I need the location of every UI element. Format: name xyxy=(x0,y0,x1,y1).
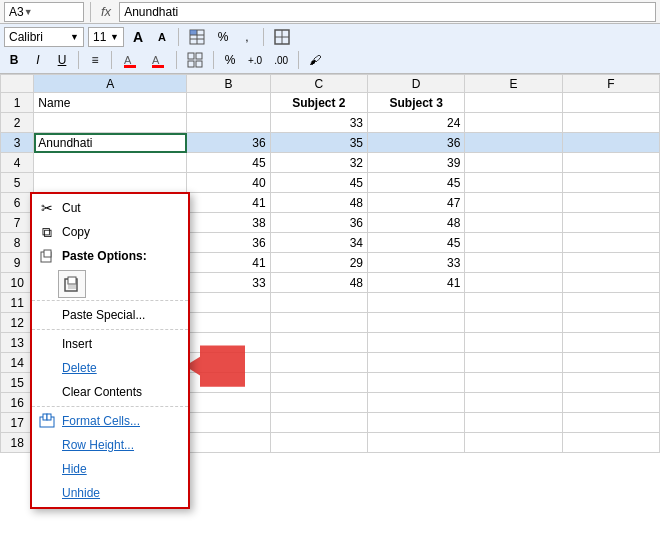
row-header[interactable]: 15 xyxy=(1,373,34,393)
table-cell[interactable]: 34 xyxy=(270,233,367,253)
table-cell[interactable] xyxy=(562,313,659,333)
ctx-format-cells[interactable]: Format Cells... xyxy=(32,409,188,433)
percent-button[interactable]: % xyxy=(213,27,233,47)
table-cell[interactable] xyxy=(465,93,562,113)
table-cell[interactable] xyxy=(465,273,562,293)
table-cell[interactable] xyxy=(368,373,465,393)
row-header[interactable]: 13 xyxy=(1,333,34,353)
ctx-copy[interactable]: ⧉ Copy xyxy=(32,220,188,244)
table-cell[interactable]: 33 xyxy=(270,113,367,133)
table-cell[interactable] xyxy=(368,333,465,353)
table-cell[interactable]: 36 xyxy=(187,233,270,253)
row-header[interactable]: 7 xyxy=(1,213,34,233)
table-cell[interactable] xyxy=(34,113,187,133)
table-cell[interactable] xyxy=(562,433,659,453)
shrink-font-button[interactable]: A xyxy=(152,27,172,47)
ctx-insert[interactable]: Insert xyxy=(32,332,188,356)
table-cell[interactable]: Name xyxy=(34,93,187,113)
col-header-c[interactable]: C xyxy=(270,75,367,93)
decimal-down-button[interactable]: .00 xyxy=(270,50,292,70)
table-cell[interactable] xyxy=(562,113,659,133)
table-cell[interactable] xyxy=(562,273,659,293)
table-cell[interactable]: 41 xyxy=(187,193,270,213)
table-cell[interactable]: 48 xyxy=(270,193,367,213)
table-cell[interactable]: Anundhati xyxy=(34,133,187,153)
font-color-button[interactable]: A xyxy=(146,50,170,70)
comma-button[interactable]: , xyxy=(237,27,257,47)
table-cell[interactable] xyxy=(465,373,562,393)
ctx-paste-special[interactable]: Paste Special... xyxy=(32,303,188,327)
fill-color-button[interactable]: A xyxy=(118,50,142,70)
table-cell[interactable]: 36 xyxy=(187,133,270,153)
table-cell[interactable] xyxy=(270,413,367,433)
table-cell[interactable] xyxy=(187,93,270,113)
font-name-box[interactable]: Calibri ▼ xyxy=(4,27,84,47)
row-header[interactable]: 6 xyxy=(1,193,34,213)
table-cell[interactable] xyxy=(368,353,465,373)
table-cell[interactable] xyxy=(562,393,659,413)
row-header[interactable]: 12 xyxy=(1,313,34,333)
table-cell[interactable] xyxy=(465,393,562,413)
align-button[interactable]: ≡ xyxy=(85,50,105,70)
table-cell[interactable] xyxy=(465,253,562,273)
table-cell[interactable] xyxy=(465,313,562,333)
borders-dropdown-button[interactable] xyxy=(270,27,294,47)
table-cell[interactable] xyxy=(562,373,659,393)
table-cell[interactable]: 40 xyxy=(187,173,270,193)
table-cell[interactable]: 36 xyxy=(270,213,367,233)
table-cell[interactable]: 24 xyxy=(368,113,465,133)
table-cell[interactable] xyxy=(270,313,367,333)
font-name-dropdown-icon[interactable]: ▼ xyxy=(70,32,79,42)
table-cell[interactable]: 29 xyxy=(270,253,367,273)
cell-ref-box[interactable]: A3 ▼ xyxy=(4,2,84,22)
table-cell[interactable]: 39 xyxy=(368,153,465,173)
table-cell[interactable] xyxy=(465,293,562,313)
table-cell[interactable] xyxy=(562,333,659,353)
font-size-dropdown-icon[interactable]: ▼ xyxy=(110,32,119,42)
row-header[interactable]: 1 xyxy=(1,93,34,113)
table-cell[interactable] xyxy=(368,433,465,453)
table-cell[interactable] xyxy=(562,153,659,173)
ctx-row-height[interactable]: Row Height... xyxy=(32,433,188,457)
table-cell[interactable]: 41 xyxy=(187,253,270,273)
ctx-delete[interactable]: Delete xyxy=(32,356,188,380)
table-cell[interactable] xyxy=(562,253,659,273)
table-cell[interactable] xyxy=(270,373,367,393)
table-cell[interactable] xyxy=(562,413,659,433)
table-cell[interactable]: 45 xyxy=(368,233,465,253)
table-cell[interactable]: 33 xyxy=(368,253,465,273)
row-header[interactable]: 3 xyxy=(1,133,34,153)
ctx-cut[interactable]: ✂ Cut xyxy=(32,196,188,220)
cell-border-button[interactable] xyxy=(183,50,207,70)
table-cell[interactable]: 33 xyxy=(187,273,270,293)
table-cell[interactable] xyxy=(562,293,659,313)
table-cell[interactable] xyxy=(368,313,465,333)
bold-button[interactable]: B xyxy=(4,50,24,70)
table-cell[interactable] xyxy=(270,293,367,313)
table-cell[interactable] xyxy=(465,113,562,133)
table-cell[interactable] xyxy=(368,413,465,433)
table-cell[interactable]: 47 xyxy=(368,193,465,213)
table-cell[interactable] xyxy=(187,293,270,313)
table-cell[interactable] xyxy=(562,213,659,233)
row-header[interactable]: 16 xyxy=(1,393,34,413)
table-cell[interactable]: Subject 2 xyxy=(270,93,367,113)
table-cell[interactable] xyxy=(562,353,659,373)
table-cell[interactable] xyxy=(187,413,270,433)
ctx-hide[interactable]: Hide xyxy=(32,457,188,481)
row-header[interactable]: 14 xyxy=(1,353,34,373)
table-cell[interactable] xyxy=(465,213,562,233)
table-cell[interactable] xyxy=(562,233,659,253)
ctx-clear-contents[interactable]: Clear Contents xyxy=(32,380,188,404)
table-cell[interactable] xyxy=(465,353,562,373)
col-header-d[interactable]: D xyxy=(368,75,465,93)
table-cell[interactable] xyxy=(562,193,659,213)
row-header[interactable]: 5 xyxy=(1,173,34,193)
table-cell[interactable] xyxy=(270,333,367,353)
table-cell[interactable]: 45 xyxy=(187,153,270,173)
table-cell[interactable]: 48 xyxy=(270,273,367,293)
row-header[interactable]: 9 xyxy=(1,253,34,273)
table-cell[interactable]: 36 xyxy=(368,133,465,153)
row-header[interactable]: 17 xyxy=(1,413,34,433)
cell-ref-dropdown[interactable]: ▼ xyxy=(24,7,33,17)
